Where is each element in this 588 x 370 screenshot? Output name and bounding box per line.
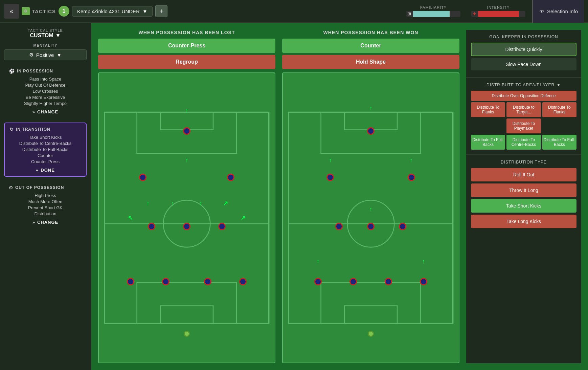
possession-icon: ⚽ [9,68,15,74]
player-def4 [239,278,247,285]
in-possession-items: Pass Into Space Play Out Of Defence Low … [9,77,82,106]
sidebar: TACTICAL STYLE CUSTOM ▼ MENTALITY ⚙ Posi… [0,23,91,370]
player-gk [184,331,190,337]
dist-over-opposition-button[interactable]: Distribute Over Opposition Defence [471,91,576,101]
tactical-style-section: TACTICAL STYLE CUSTOM ▼ [4,28,87,39]
formation-badge: 1 [59,6,69,17]
list-item: Play Out Of Defence [9,83,82,88]
arrow5: ↑ [199,200,202,207]
arrow-c4: ↑ [369,205,372,213]
arrow2: ↖ [128,214,133,222]
list-item: Low Crosses [9,89,82,94]
dist-to-target-button[interactable]: Distribute to Target... [506,102,541,117]
mentality-selector[interactable]: ⚙ Positive ▼ [4,49,87,60]
familiarity-fill [413,11,450,17]
distribute-area-title[interactable]: DISTRIBUTE TO AREA/PLAYER ▼ [471,83,576,87]
tactical-style-label: TACTICAL STYLE [4,28,87,32]
player-gk-2 [368,331,374,337]
svg-rect-7 [289,112,453,324]
roll-it-out-button[interactable]: Roll It Out [471,168,576,181]
out-of-possession-card: ⊙ OUT OF POSSESSION High Press Much More… [4,181,87,228]
dist-full-backs-right-button[interactable]: Distribute To Full-Backs [542,135,576,150]
possession-won-buttons: Counter Hold Shape [282,39,459,69]
gk-possession-title: GOALKEEPER IN POSSESSION [471,35,576,39]
distribution-type-section: DISTRIBUTION TYPE Roll It Out Throw It L… [466,155,581,235]
player-am1-2 [326,174,334,181]
throw-it-long-button[interactable]: Throw It Long [471,183,576,197]
possession-lost-section: WHEN POSSESSION HAS BEEN LOST Counter-Pr… [98,30,275,363]
in-possession-header: ⚽ IN POSSESSION [9,68,82,74]
slow-pace-down-button[interactable]: Slow Pace Down [471,58,576,70]
counter-button[interactable]: Counter [282,39,459,53]
intensity-track: ✚ [471,11,525,17]
take-long-kicks-button[interactable]: Take Long Kicks [471,215,576,228]
player-def1-2 [314,278,322,285]
take-short-kicks-button[interactable]: Take Short Kicks [471,199,576,213]
possession-won-title: WHEN POSSESSION HAS BEEN WON [282,30,459,35]
dist-to-flanks-right-button[interactable]: Distribute To Flanks [542,102,576,117]
arrow1: ↑ [185,107,188,114]
in-possession-change-button[interactable]: » CHANGE [9,109,82,114]
list-item: Take Short Kicks [9,135,81,140]
arrow7: ↗ [241,214,246,222]
add-formation-button[interactable]: + [155,5,167,17]
chevron-down-icon: ▼ [55,32,61,39]
dist-empty-right [542,118,576,133]
list-item: Pass Into Space [9,77,82,82]
counter-press-button[interactable]: Counter-Press [98,39,275,53]
arrow-c3: ↑ [410,156,413,164]
in-transition-items: Take Short Kicks Distribute To Centre-Ba… [9,135,81,164]
player-def2 [162,278,169,285]
tactics-label: ⚙ TACTICS [22,7,56,15]
player-def4-2 [420,278,427,285]
possession-lost-buttons: Counter-Press Regroup [98,39,275,69]
player-mid2-2 [367,223,375,230]
out-possession-change-button[interactable]: » CHANGE [9,220,82,225]
chevron-down-icon: ▼ [557,83,561,87]
regroup-button[interactable]: Regroup [98,55,275,69]
distribute-quickly-button[interactable]: Distribute Quickly [471,43,576,56]
arrow4: ↑ [171,200,174,207]
player-def2-2 [349,278,357,285]
intensity-label: INTENSITY [487,5,510,9]
chevron-down-icon: ▼ [56,52,62,58]
dist-centre-backs-button[interactable]: Distribute To Centre-Backs [506,135,541,150]
selection-info-panel[interactable]: 👁 Selection Info [532,0,584,23]
arrow-c5: ↑ [422,258,425,265]
list-item: Distribution [9,211,82,216]
intensity-icon: ✚ [473,12,476,16]
familiarity-bar-group: FAMILIARITY ⊞ [406,5,460,17]
svg-rect-12 [321,282,421,323]
possession-won-pitch: ↑ ↑ ↑ ↑ ↑ ↑ [282,72,459,363]
distribution-type-title: DISTRIBUTION TYPE [471,160,576,165]
hold-shape-button[interactable]: Hold Shape [282,55,459,69]
back-button[interactable]: « [4,4,19,19]
double-chevron-left-icon: « [36,168,39,173]
main-content: WHEN POSSESSION HAS BEEN LOST Counter-Pr… [91,23,588,370]
familiarity-track: ⊞ [406,11,460,17]
formation-selector[interactable]: KempixZinklo 4231 UNDER ▼ [72,6,153,17]
familiarity-icon: ⊞ [408,12,411,16]
out-possession-icon: ⊙ [9,185,13,190]
svg-rect-5 [137,282,237,323]
pitch-lines-svg [99,73,275,363]
intensity-fill [478,11,519,17]
out-of-possession-items: High Press Much More Often Prevent Short… [9,193,82,216]
dist-empty-left [471,118,505,133]
dist-to-playmaker-button[interactable]: Distribute To Playmaker [506,118,541,133]
player-am1 [139,174,146,181]
list-item: Distribute To Full-Backs [9,147,81,152]
dist-to-flanks-left-button[interactable]: Distribute To Flanks [471,102,505,117]
tactical-style-value[interactable]: CUSTOM ▼ [4,32,87,39]
double-chevron-icon: » [32,220,35,225]
player-mid1-2 [335,223,343,230]
player-mid1 [148,223,155,230]
in-transition-done-button[interactable]: « DONE [9,168,81,173]
player-mid2 [183,223,190,230]
eye-icon: 👁 [539,8,544,14]
dist-full-backs-left-button[interactable]: Distribute To Full-Backs [471,135,505,150]
in-transition-header: ↻ IN TRANSITION [9,127,81,132]
svg-rect-13 [344,306,397,324]
player-st-2 [367,127,375,135]
out-of-possession-header: ⊙ OUT OF POSSESSION [9,185,82,190]
